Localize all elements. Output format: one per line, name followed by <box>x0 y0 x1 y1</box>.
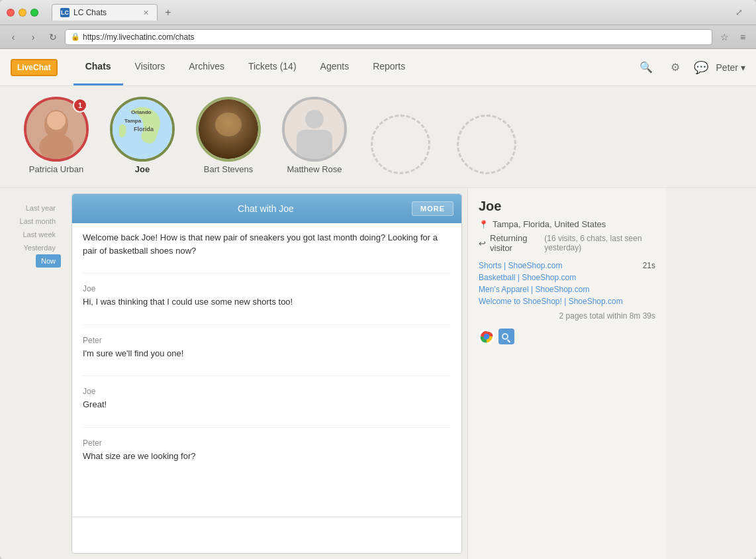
close-window-btn[interactable] <box>7 9 15 17</box>
sidebar-visitor-name: Joe <box>479 199 655 214</box>
message-peter-1: Peter I'm sure we'll find you one! <box>83 336 451 360</box>
minimize-window-btn[interactable] <box>19 9 26 17</box>
nav-reports[interactable]: Reports <box>361 49 417 85</box>
time-badge-0: 21s <box>643 261 655 270</box>
window-controls <box>7 9 38 17</box>
app-content: LiveChat Chats Visitors Archives Tickets… <box>0 49 756 559</box>
browser-tab[interactable]: LC LC Chats ✕ <box>52 4 158 21</box>
sidebar-location-row: 📍 Tampa, Florida, United States <box>479 219 655 229</box>
visitor-type: Returning visitor <box>490 233 540 253</box>
page-row-0: Shorts | ShoeShop.com 21s <box>479 261 655 270</box>
joe-name: Joe <box>135 164 150 174</box>
sender-joe-2: Joe <box>83 387 451 396</box>
url-text: https://my.livechatinc.com/chats <box>83 32 195 42</box>
message-joe-1: Joe Hi, I was thinking that I could use … <box>83 284 451 309</box>
empty-avatar-2 <box>457 115 516 174</box>
chat-input[interactable] <box>80 524 453 544</box>
msg-separator-2 <box>83 325 451 325</box>
svg-text:Tampa: Tampa <box>124 118 142 124</box>
bart-avatar-container <box>199 99 258 159</box>
return-icon: ↩ <box>479 238 486 248</box>
visitor-matthew[interactable]: Matthew Rose <box>285 99 344 174</box>
sidebar-location: Tampa, Florida, United States <box>493 219 606 229</box>
bookmark-btn[interactable]: ☆ <box>716 29 732 45</box>
tab-favicon: LC <box>60 8 70 17</box>
visitor-joe[interactable]: Orlando Tampa Florida Joe <box>113 99 172 174</box>
tab-close-btn[interactable]: ✕ <box>143 9 149 17</box>
chrome-icon <box>479 329 495 344</box>
empty-avatar-1 <box>371 115 430 174</box>
browser-icons-row <box>479 329 655 344</box>
chat-header-title: Chat with Joe <box>120 203 412 214</box>
right-sidebar: Joe 📍 Tampa, Florida, United States ↩ Re… <box>467 188 666 559</box>
timeline-last-year[interactable]: Last year <box>21 201 61 215</box>
sender-peter-1: Peter <box>83 336 451 345</box>
tab-bar: LC LC Chats ✕ + <box>52 4 728 21</box>
menu-btn[interactable]: ≡ <box>735 29 751 45</box>
chat-messages: Welcome back Joe! How is that new pair o… <box>72 223 461 517</box>
finder-icon <box>498 329 514 344</box>
nav-archives[interactable]: Archives <box>177 49 236 85</box>
patricia-avatar-container: 1 <box>26 99 86 159</box>
page-link-1[interactable]: Basketball | ShoeShop.com <box>479 273 576 282</box>
msg-separator-3 <box>83 376 451 376</box>
msg-separator-1 <box>83 273 451 274</box>
chat-panel: Chat with Joe MORE Welcome back Joe! How… <box>71 193 462 554</box>
svg-point-16 <box>503 334 507 338</box>
tab-title: LC Chats <box>73 8 107 17</box>
restore-window-btn[interactable]: ⤢ <box>728 2 749 23</box>
pages-total: 2 pages total within 8m 39s <box>479 311 655 321</box>
chat-header: Chat with Joe MORE <box>72 194 461 223</box>
forward-btn[interactable]: › <box>25 29 41 45</box>
page-link-0[interactable]: Shorts | ShoeShop.com <box>479 261 563 270</box>
joe-map: Orlando Tampa Florida <box>113 99 172 159</box>
message-joe-2: Joe Great! <box>83 387 451 411</box>
timeline-now[interactable]: Now <box>36 254 61 268</box>
more-button[interactable]: MORE <box>412 201 453 216</box>
address-bar[interactable]: 🔒 https://my.livechatinc.com/chats <box>65 29 712 45</box>
nav-right: 🔍 ⚙ 💬 Peter ▾ <box>636 57 745 78</box>
nav-agents[interactable]: Agents <box>308 49 361 85</box>
bart-border <box>196 97 261 162</box>
visits-info: (16 visits, 6 chats, last seen yesterday… <box>544 234 655 252</box>
nav-chats[interactable]: Chats <box>73 49 123 85</box>
user-name: Peter <box>716 62 738 73</box>
timeline-last-month[interactable]: Last month <box>15 215 61 228</box>
joe-avatar-container: Orlando Tampa Florida <box>113 99 172 159</box>
back-btn[interactable]: ‹ <box>5 29 21 45</box>
page-link-3[interactable]: Welcome to ShoeShop! | ShoeShop.com <box>479 297 623 306</box>
msg-text-joe-1: Hi, I was thinking that I could use some… <box>83 295 451 309</box>
chat-input-area[interactable] <box>72 517 461 553</box>
content-area: Last year Last month Last week Yesterday… <box>0 188 756 559</box>
visitors-row: 1 Patricia Urban <box>0 86 756 188</box>
patricia-name: Patricia Urban <box>29 164 83 174</box>
search-btn[interactable]: 🔍 <box>636 57 657 78</box>
new-tab-btn[interactable]: + <box>160 5 176 21</box>
timeline-panel: Last year Last month Last week Yesterday… <box>0 188 66 559</box>
settings-btn[interactable]: ⚙ <box>665 57 686 78</box>
user-pill[interactable]: Peter ▾ <box>716 62 745 73</box>
nav-tickets[interactable]: Tickets (14) <box>236 49 308 85</box>
page-link-2[interactable]: Men's Apparel | ShoeShop.com <box>479 285 590 294</box>
visitor-bart[interactable]: Bart Stevens <box>199 99 258 174</box>
svg-text:Florida: Florida <box>134 126 154 132</box>
visitor-patricia[interactable]: 1 Patricia Urban <box>26 99 86 174</box>
ssl-icon: 🔒 <box>71 32 80 41</box>
browser-toolbar: ‹ › ↻ 🔒 https://my.livechatinc.com/chats… <box>0 25 756 49</box>
main-area: 1 Patricia Urban <box>0 86 756 559</box>
maximize-window-btn[interactable] <box>30 9 38 17</box>
chat-icon: 💬 <box>694 60 708 75</box>
nav-items: Chats Visitors Archives Tickets (14) Age… <box>73 49 417 85</box>
browser-titlebar: LC LC Chats ✕ + ⤢ <box>0 0 756 25</box>
nav-visitors[interactable]: Visitors <box>123 49 177 85</box>
sender-peter-2: Peter <box>83 438 451 448</box>
page-visits: Shorts | ShoeShop.com 21s Basketball | S… <box>479 261 655 306</box>
msg-text-peter-2: What size are we looking for? <box>83 450 451 463</box>
timeline-yesterday[interactable]: Yesterday <box>18 241 61 254</box>
page-row-3: Welcome to ShoeShop! | ShoeShop.com <box>479 297 655 306</box>
reload-btn[interactable]: ↻ <box>45 29 61 45</box>
msg-separator-4 <box>83 427 451 428</box>
timeline-last-week[interactable]: Last week <box>17 228 61 241</box>
page-row-1: Basketball | ShoeShop.com <box>479 273 655 282</box>
patricia-badge: 1 <box>73 98 87 113</box>
